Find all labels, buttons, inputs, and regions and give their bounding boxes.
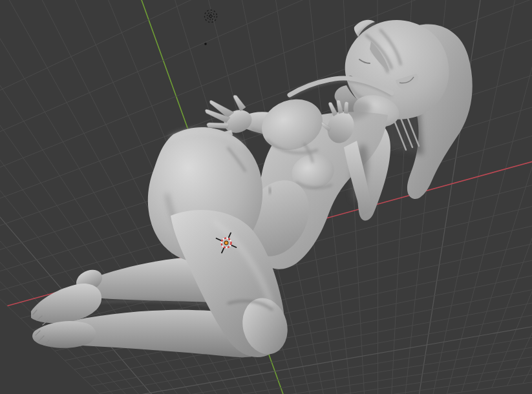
viewport-3d[interactable] <box>0 0 532 394</box>
object-origin-dot <box>204 43 207 45</box>
